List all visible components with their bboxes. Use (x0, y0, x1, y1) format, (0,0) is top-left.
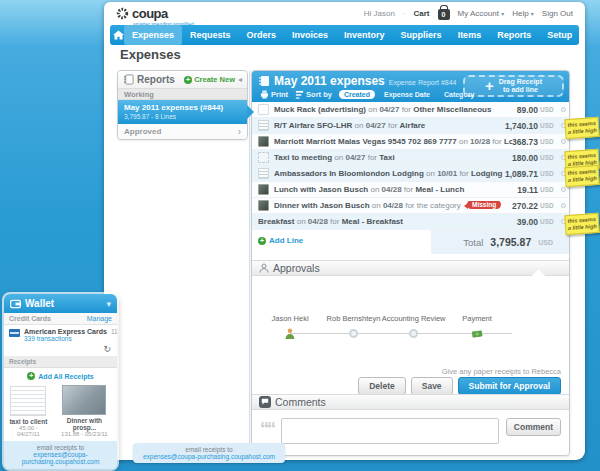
print-button[interactable]: Print (260, 90, 288, 99)
sort-option-expense-date[interactable]: Expense Date (379, 90, 435, 99)
expense-category: Airfare (400, 121, 426, 130)
caret-down-icon: ▾ (501, 11, 504, 17)
add-all-receipts-button[interactable]: +Add All Receipts (4, 368, 117, 382)
approval-step-accounting-review: Accounting Review (382, 314, 446, 339)
expense-amount: 39.00 (517, 217, 538, 227)
save-button[interactable]: Save (411, 377, 453, 395)
total-label: Total (463, 237, 483, 248)
collapse-sidebar-icon[interactable]: ◂ (238, 75, 242, 84)
expense-date: 10/28 (470, 137, 490, 146)
nav-item-expenses[interactable]: Expenses (124, 25, 182, 45)
currency-label: USD (540, 186, 555, 193)
drag-receipt-dropzone[interactable]: + Drag Receiptto add line (463, 75, 564, 97)
email-address-link[interactable]: expenses@coupa-purchasing.coupahost.com (135, 453, 283, 460)
expense-category: Meal - Breakfast (342, 217, 403, 226)
wallet-receipt-item[interactable]: taxi to client45.00 - 04/27/11 (8, 386, 49, 437)
expense-category: Lodging (504, 137, 512, 146)
quote-icon (260, 423, 274, 436)
home-nav-button[interactable] (113, 25, 124, 45)
expense-category: Meal - Lunch (415, 185, 464, 194)
plus-icon: + (485, 78, 494, 93)
approval-step-rob-bernshteyn: Rob Bernshteyn (327, 314, 381, 339)
currency-label: USD (538, 239, 553, 246)
nav-item-setup[interactable]: Setup (539, 25, 580, 45)
help-menu[interactable]: Help ▾ (512, 9, 534, 18)
email-receipts-tooltip: email receipts to expenses@coupa-purchas… (133, 443, 285, 463)
home-icon (113, 30, 124, 40)
create-new-button[interactable]: +Create New (184, 75, 235, 84)
coupa-gear-icon (116, 7, 129, 20)
card-updated-time: 11 minutes ago (111, 328, 117, 342)
manage-link[interactable]: Manage (87, 315, 112, 322)
submit-for-approval-button[interactable]: Submit for Approval (458, 377, 561, 395)
comments-body: Comment (252, 410, 569, 455)
nav-item-inventory[interactable]: Inventory (336, 25, 393, 45)
receipt-photo-icon (258, 184, 269, 195)
pending-circle-icon (327, 328, 381, 339)
nav-item-requests[interactable]: Requests (182, 25, 239, 45)
sign-out-link[interactable]: Sign Out (542, 9, 573, 18)
wallet-title: Wallet (25, 298, 102, 309)
nav-item-suppliers[interactable]: Suppliers (393, 25, 450, 45)
receipt-lines-icon (258, 168, 269, 179)
top-menu: Hi Jason · Cart 0 My Account ▾ Help ▾ Si… (364, 6, 573, 20)
expense-report-header: May 2011 expenses Expense Report #844 Pr… (252, 71, 569, 102)
email-address-link[interactable]: expenses@coupa-purchasing.coupahost.com (6, 451, 115, 465)
expense-row[interactable]: Lunch with Jason Busch on 04/28 for Meal… (252, 182, 569, 198)
sidebar-item-approved[interactable]: Approved› (118, 124, 247, 139)
my-account-menu[interactable]: My Account ▾ (458, 9, 505, 18)
sticky-note: this seemsa little high (564, 117, 599, 139)
receipt-light-image (10, 386, 46, 416)
nav-item-reports[interactable]: Reports (489, 25, 539, 45)
receipt-photo-icon (258, 200, 269, 211)
pending-circle-icon (382, 328, 446, 339)
spiral-ring-icon (561, 203, 566, 208)
expense-row[interactable]: Dinner with Jason Busch on 04/28 for the… (252, 198, 569, 214)
sidebar-group-working: Working (118, 88, 247, 100)
comment-button[interactable]: Comment (506, 418, 561, 436)
cart-link[interactable]: Cart (414, 9, 430, 18)
comment-input[interactable] (281, 418, 499, 444)
person-icon (271, 328, 308, 339)
cart-bag-icon[interactable]: 0 (438, 9, 450, 20)
coupa-logo[interactable]: coupa smarter spending simplified (116, 7, 168, 20)
add-line-button[interactable]: +Add Line (258, 236, 303, 245)
expense-row[interactable]: Muck Rack (advertising) on 04/27 for Oth… (252, 102, 569, 118)
credit-card-item: American Express Cards 339 transactions … (4, 325, 117, 344)
currency-label: USD (540, 138, 555, 145)
notebook-icon (258, 75, 270, 87)
delete-button[interactable]: Delete (358, 377, 406, 395)
receipt-detail: 131.88 - 05/23/11 (56, 431, 113, 437)
expense-row[interactable]: Marriott Marriott Malas Vegas 9545 702 8… (252, 134, 569, 150)
merchant-name: Breakfast (258, 217, 294, 226)
wallet-receipt-item[interactable]: Dinner with prosp...131.88 - 05/23/11 (56, 385, 113, 437)
paper-receipts-note: Give any paper receipts to Rebecca (442, 367, 561, 376)
wallet-icon (10, 299, 21, 309)
spiral-ring-icon (561, 139, 566, 144)
refresh-icon[interactable]: ↻ (4, 344, 117, 357)
chevron-down-icon[interactable]: ▾ (106, 299, 111, 309)
expense-row[interactable]: R/T Airfare SFO-LHR on 04/27 for Airfare… (252, 118, 569, 134)
sidebar-item-selected-report[interactable]: May 2011 expenses (#844) 3,795.87 - 8 Li… (118, 100, 247, 124)
main-nav: ExpensesRequestsOrdersInvoicesInventoryS… (110, 25, 579, 45)
spiral-ring-icon (561, 107, 566, 112)
nav-item-invoices[interactable]: Invoices (284, 25, 336, 45)
expense-category: Other Miscellaneous (413, 105, 491, 114)
expense-row[interactable]: Taxi to meeting on 04/27 for Taxi180.00U… (252, 150, 569, 166)
approval-step-jason-hekl: Jason Hekl (271, 314, 308, 339)
expense-row[interactable]: Breakfast on 04/28 for Meal - Breakfast3… (252, 214, 569, 230)
sort-option-created[interactable]: Created (339, 90, 375, 99)
merchant-name: Lunch with Jason Busch (274, 185, 368, 194)
plus-icon: + (184, 76, 192, 84)
expense-row[interactable]: Ambassadors In Bloomlondon Lodging on 10… (252, 166, 569, 182)
wallet-header[interactable]: Wallet ▾ (4, 294, 117, 313)
expense-description: Dinner with Jason Busch on 04/28 for the… (274, 201, 512, 211)
transactions-link[interactable]: 339 transactions (24, 335, 107, 342)
nav-item-items[interactable]: Items (450, 25, 490, 45)
currency-label: USD (540, 122, 555, 129)
sort-options: CreatedExpense DateCategory (339, 90, 479, 99)
receipt-detail: 45.00 - 04/27/11 (8, 425, 49, 437)
approvals-body: Jason HeklRob BernshteynAccounting Revie… (252, 276, 569, 394)
expense-date: 04/27 (366, 121, 386, 130)
nav-item-orders[interactable]: Orders (239, 25, 285, 45)
